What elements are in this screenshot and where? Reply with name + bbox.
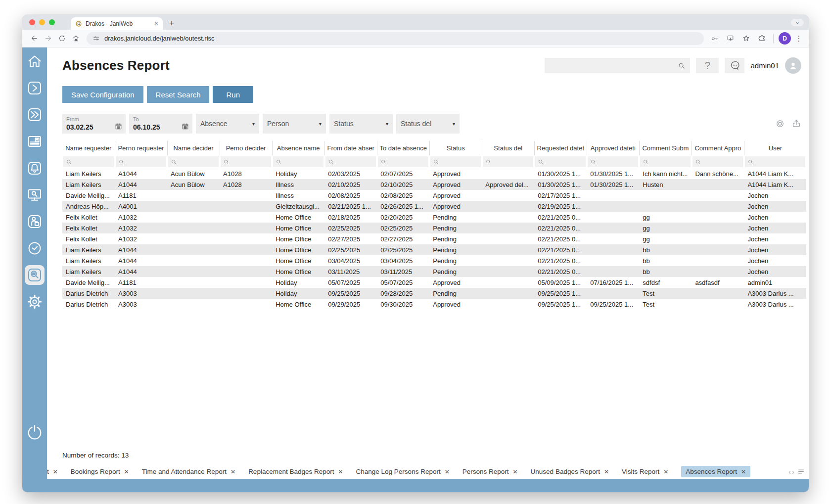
sidebar-item-settings[interactable] <box>25 292 45 312</box>
column-search-to-date-absence[interactable] <box>377 155 429 168</box>
bookmark-button[interactable] <box>739 32 752 45</box>
sidebar-item-forward[interactable] <box>25 78 45 98</box>
table-row[interactable]: Liam KeilersA1044Home Office03/04/202503… <box>62 255 806 266</box>
report-tab-absences-report[interactable]: Absences Report✕ <box>681 466 750 477</box>
to-date-field[interactable]: To 06.10.25 <box>129 114 192 134</box>
run-button[interactable]: Run <box>213 86 253 103</box>
column-search-status[interactable] <box>429 155 482 168</box>
report-tab-replacement-badges-report[interactable]: Replacement Badges Report✕ <box>248 468 343 475</box>
column-header-user[interactable]: User <box>744 141 806 155</box>
column-search-box[interactable] <box>692 156 743 167</box>
column-search-name-requester[interactable] <box>62 155 115 168</box>
sidebar-item-notifications[interactable] <box>25 158 45 178</box>
column-search-user[interactable] <box>744 155 806 168</box>
scroll-tabs-right-icon[interactable]: › <box>792 467 794 476</box>
report-tab-change-log-persons-report[interactable]: Change Log Persons Report✕ <box>356 468 450 475</box>
close-icon[interactable]: ✕ <box>231 468 235 475</box>
column-search-box[interactable] <box>116 156 166 167</box>
sidebar-item-monitor-search[interactable] <box>25 185 45 205</box>
passwords-button[interactable] <box>708 32 721 45</box>
tab-list-icon[interactable] <box>797 468 805 475</box>
column-header-name-requester[interactable]: Name requester <box>62 141 115 155</box>
browser-profile-avatar[interactable]: D <box>779 32 791 45</box>
column-search-box[interactable] <box>168 156 219 167</box>
close-icon[interactable]: ✕ <box>338 468 343 475</box>
report-tab-visits-report[interactable]: Visits Report✕ <box>622 468 668 475</box>
report-tab-t[interactable]: t✕ <box>47 468 58 475</box>
close-icon[interactable]: ✕ <box>53 468 58 475</box>
column-header-from-date-abser[interactable]: From date abser <box>324 141 377 155</box>
column-search-box[interactable] <box>378 156 428 167</box>
column-search-perno-requester[interactable] <box>115 155 167 168</box>
minimize-window-button[interactable] <box>39 19 45 25</box>
target-icon[interactable] <box>775 119 785 129</box>
report-tab-time-and-attendance-report[interactable]: Time and Attendance Report✕ <box>142 468 235 475</box>
table-row[interactable]: Liam KeilersA1044Home Office02/25/202502… <box>62 244 806 255</box>
report-tab-persons-report[interactable]: Persons Report✕ <box>462 468 518 475</box>
table-row[interactable]: Liam KeilersA1044Acun BülowA1028Illness0… <box>62 179 806 190</box>
report-tab-bookings-report[interactable]: Bookings Report✕ <box>71 468 129 475</box>
column-header-name-decider[interactable]: Name decider <box>167 141 220 155</box>
column-search-box[interactable] <box>640 156 691 167</box>
extensions-button[interactable] <box>755 32 768 45</box>
column-search-from-date-abser[interactable] <box>324 155 377 168</box>
sidebar-item-reports[interactable] <box>25 265 45 285</box>
column-search-box[interactable] <box>325 156 376 167</box>
column-search-box[interactable] <box>535 156 586 167</box>
home-button[interactable] <box>69 32 83 46</box>
table-row[interactable]: Liam KeilersA1044Acun BülowA1028Holiday0… <box>62 168 806 179</box>
column-search-approved-dateti[interactable] <box>587 155 639 168</box>
column-search-name-decider[interactable] <box>167 155 220 168</box>
table-row[interactable]: Darius DietrichA3003Home Office09/29/202… <box>62 299 806 310</box>
feedback-button[interactable] <box>725 58 744 73</box>
from-date-field[interactable]: From 03.02.25 <box>62 114 126 134</box>
table-row[interactable]: Davide Mellig...A1181Illness02/08/202502… <box>62 190 806 201</box>
column-search-absence-name[interactable] <box>272 155 324 168</box>
back-button[interactable] <box>27 32 41 46</box>
table-row[interactable]: Felix KolletA1032Home Office02/25/202502… <box>62 223 806 233</box>
close-icon[interactable]: ✕ <box>604 468 609 475</box>
status-dropdown[interactable]: Status ▾ <box>329 114 393 134</box>
calendar-icon[interactable] <box>115 123 122 130</box>
scroll-tabs-left-icon[interactable]: ‹ <box>788 467 791 476</box>
address-bar[interactable]: drakos.janicloud.de/janiweb/outest.risc <box>87 32 704 45</box>
user-avatar[interactable] <box>785 57 801 74</box>
save-configuration-button[interactable]: Save Configuration <box>62 86 143 103</box>
sidebar-item-visitors[interactable] <box>25 212 45 231</box>
close-icon[interactable]: ✕ <box>741 468 746 475</box>
help-button[interactable]: ? <box>696 58 719 73</box>
column-header-to-date-absence[interactable]: To date absence <box>377 141 429 155</box>
calendar-icon[interactable] <box>182 123 189 130</box>
column-header-absence-name[interactable]: Absence name <box>272 141 324 155</box>
column-search-comment-subm[interactable] <box>639 155 692 168</box>
export-icon[interactable] <box>791 119 801 129</box>
column-search-comment-appro[interactable] <box>692 155 744 168</box>
close-icon[interactable]: ✕ <box>663 468 668 475</box>
close-icon[interactable]: ✕ <box>445 468 450 475</box>
tab-close-icon[interactable]: ✕ <box>154 21 158 26</box>
browser-tab[interactable]: Drakos - JaniWeb ✕ <box>71 17 163 30</box>
column-header-comment-subm[interactable]: Comment Subm <box>639 141 692 155</box>
column-header-status[interactable]: Status <box>429 141 482 155</box>
table-row[interactable]: Andreas Höp...A4001Gleitzeitausgl...02/2… <box>62 201 806 212</box>
new-tab-button[interactable]: + <box>169 18 174 28</box>
sidebar-item-time[interactable] <box>25 238 45 258</box>
column-header-perno-decider[interactable]: Perno decider <box>220 141 272 155</box>
close-window-button[interactable] <box>29 19 35 25</box>
column-search-box[interactable] <box>745 156 805 167</box>
forward-button[interactable] <box>41 32 55 46</box>
status-del-dropdown[interactable]: Status del ▾ <box>396 114 460 134</box>
column-header-perno-requester[interactable]: Perno requester <box>115 141 167 155</box>
table-row[interactable]: Felix KolletA1032Home Office02/18/202502… <box>62 212 806 223</box>
column-search-box[interactable] <box>63 156 114 167</box>
sidebar-item-power[interactable] <box>25 422 45 442</box>
column-search-box[interactable] <box>430 156 481 167</box>
column-header-requested-datet[interactable]: Requested datet <box>534 141 587 155</box>
sidebar-item-fast-forward[interactable] <box>25 105 45 125</box>
table-row[interactable]: Felix KolletA1032Home Office02/27/202502… <box>62 233 806 244</box>
column-search-requested-datet[interactable] <box>534 155 587 168</box>
column-header-comment-appro[interactable]: Comment Appro <box>692 141 744 155</box>
table-row[interactable]: Davide Mellig...A1181Holiday05/07/202505… <box>62 277 806 288</box>
column-search-box[interactable] <box>221 156 271 167</box>
global-search-input[interactable] <box>549 61 678 70</box>
